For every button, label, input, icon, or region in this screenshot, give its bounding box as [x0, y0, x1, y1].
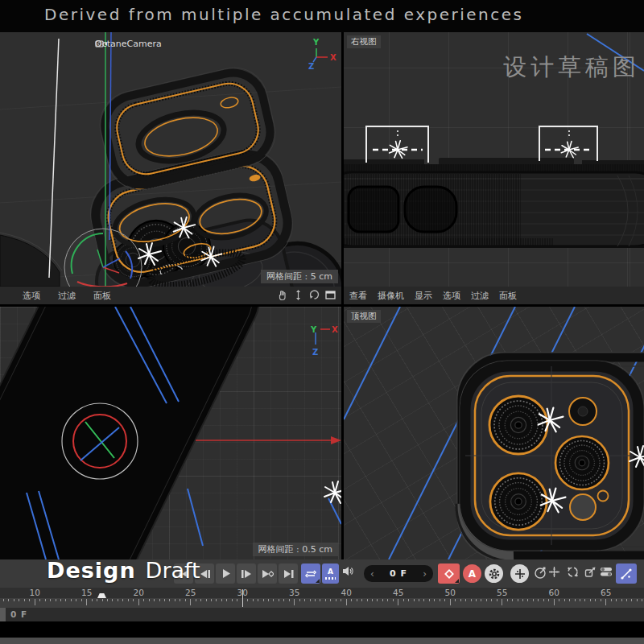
- snap-spline-icon: [620, 568, 633, 580]
- animation-toolbar: DesignDraft: [0, 559, 644, 588]
- ruler-tick: [35, 599, 35, 605]
- page-title: Derived from multiple accumulated experi…: [44, 5, 523, 24]
- timeline-ruler[interactable]: 101520253035404550556065: [0, 588, 644, 608]
- ruler-tick: [138, 599, 139, 605]
- menu-filter[interactable]: 过滤: [58, 290, 76, 302]
- timeline-range-bar[interactable]: 0 F: [0, 608, 644, 621]
- next-key-button[interactable]: [258, 564, 277, 584]
- camera-icon: [95, 39, 108, 49]
- viewport-right-label[interactable]: 右视图: [347, 35, 381, 48]
- keyframe-settings-button[interactable]: [485, 564, 503, 583]
- viewport-perspective-canvas[interactable]: Y X Z OctaneCamera 网格间距 : 5 cm: [0, 32, 341, 287]
- ruler-tick: [502, 599, 502, 605]
- play-button[interactable]: [216, 564, 235, 584]
- ruler-tick: [149, 599, 150, 601]
- viewport-perspective[interactable]: Y X Z OctaneCamera 网格间距 : 5 cm 选项 过滤 面板: [0, 32, 341, 304]
- ruler-tick: [133, 599, 134, 601]
- sound-button[interactable]: [341, 565, 355, 577]
- ruler-tick: [595, 599, 596, 601]
- ruler-tick: [444, 599, 445, 601]
- ruler-tick: [414, 599, 415, 601]
- frame-next-arrow[interactable]: ›: [423, 569, 427, 579]
- ruler-tick: [289, 599, 290, 601]
- ruler-tick: [29, 599, 30, 601]
- record-scale-button[interactable]: [582, 565, 598, 579]
- ruler-tick: [419, 599, 419, 601]
- ruler-tick: [211, 599, 212, 601]
- menu-options[interactable]: 选项: [443, 290, 460, 302]
- ruler-tick: [429, 599, 430, 601]
- pan-hand-icon[interactable]: [276, 289, 288, 301]
- ruler-tick: [450, 599, 451, 605]
- ruler-tick: [315, 599, 316, 601]
- ruler-number: 35: [289, 588, 299, 597]
- menu-panel[interactable]: 面板: [93, 290, 111, 302]
- previous-frame-icon: [199, 568, 211, 580]
- goto-end-button[interactable]: [279, 564, 298, 584]
- ruler-tick: [621, 599, 622, 601]
- ruler-tick: [377, 599, 378, 601]
- menu-filter[interactable]: 过滤: [471, 290, 489, 302]
- ruler-tick: [190, 599, 191, 605]
- viewport-top-canvas[interactable]: 顶视图: [344, 307, 644, 559]
- record-objects-icon: [514, 568, 526, 580]
- previous-frame-button[interactable]: [195, 564, 214, 584]
- ruler-tick: [471, 599, 472, 601]
- ruler-tick: [533, 599, 534, 601]
- record-position-button[interactable]: [546, 565, 562, 579]
- ruler-tick: [330, 599, 331, 601]
- frame-prev-arrow[interactable]: ‹: [370, 569, 374, 579]
- white-guide-line: [49, 39, 59, 278]
- overlay-a-button[interactable]: A: [322, 564, 339, 584]
- record-objects-button[interactable]: [510, 564, 529, 583]
- ruler-ticks[interactable]: [0, 598, 644, 608]
- ruler-tick: [299, 599, 300, 601]
- viewport-top-label[interactable]: 顶视图: [347, 310, 381, 323]
- axis-circle-gizmo[interactable]: [62, 403, 138, 479]
- viewport-right-canvas[interactable]: 右视图 设计草稿图: [344, 32, 644, 287]
- current-frame-field[interactable]: ‹ 0 F ›: [364, 565, 433, 582]
- sparkle: [324, 481, 341, 503]
- viewport-back[interactable]: Y X Z 网格间距 : 0.5 cm: [0, 307, 341, 559]
- viewport-right[interactable]: 右视图 设计草稿图 查看 摄像机 显示 选项 过滤 面板: [344, 32, 644, 304]
- camera-label[interactable]: OctaneCamera: [95, 39, 162, 49]
- ruler-tick: [465, 599, 466, 601]
- ruler-tick: [481, 599, 481, 601]
- dolly-icon[interactable]: [292, 289, 304, 301]
- record-rotation-button[interactable]: [564, 565, 580, 579]
- ruler-tick: [626, 599, 627, 601]
- parameter-toggles-button[interactable]: [598, 565, 614, 578]
- record-keyframe-button[interactable]: [438, 564, 460, 584]
- ruler-tick: [154, 599, 155, 601]
- ruler-tick: [304, 599, 305, 601]
- goto-start-icon: [178, 568, 190, 580]
- phone-back-wireframe: Y X Z: [0, 307, 341, 559]
- ruler-number: 45: [393, 588, 403, 597]
- ruler-tick: [143, 599, 144, 601]
- maximize-view-icon[interactable]: [324, 289, 336, 301]
- ruler-tick: [8, 599, 9, 601]
- next-key-icon: [261, 568, 274, 580]
- menu-cameras[interactable]: 摄像机: [378, 290, 404, 302]
- menu-panel[interactable]: 面板: [499, 290, 517, 302]
- grid-spacing-info: 网格间距 : 0.5 cm: [253, 543, 338, 556]
- viewport-top[interactable]: 顶视图: [344, 307, 644, 559]
- menu-display[interactable]: 显示: [415, 290, 432, 302]
- snap-button[interactable]: [616, 564, 637, 584]
- loop-playback-button[interactable]: [301, 564, 320, 584]
- autokey-button[interactable]: A: [463, 564, 481, 583]
- ruler-tick: [24, 599, 25, 601]
- autokey-icon: A: [469, 568, 476, 580]
- menu-options[interactable]: 选项: [23, 290, 40, 302]
- ruler-tick: [279, 599, 279, 601]
- range-start-handle[interactable]: [0, 608, 6, 621]
- goto-start-button[interactable]: [174, 564, 193, 584]
- rotate-view-icon[interactable]: [308, 289, 320, 301]
- next-frame-button[interactable]: [237, 564, 256, 584]
- ruler-tick: [122, 599, 123, 601]
- menu-view[interactable]: 查看: [349, 290, 367, 302]
- ruler-tick: [247, 599, 248, 601]
- ruler-tick: [175, 599, 175, 601]
- ruler-tick: [631, 599, 632, 601]
- viewport-back-canvas[interactable]: Y X Z 网格间距 : 0.5 cm: [0, 307, 341, 559]
